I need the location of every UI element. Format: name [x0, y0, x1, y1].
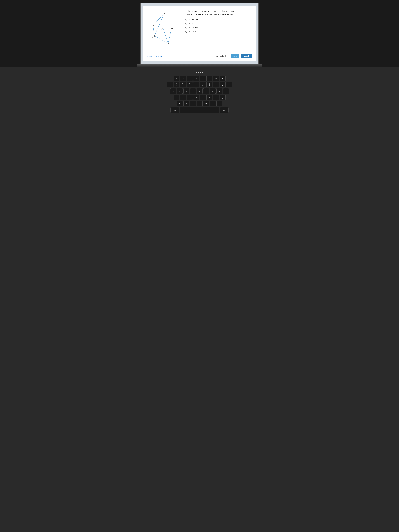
mark-return-link[interactable]: Mark this and return — [147, 55, 162, 57]
key-9[interactable]: (9 — [207, 82, 212, 88]
option-3-label: ∠K ≅ ∠N — [189, 26, 198, 29]
question-line1: In the diagram, KL ≅ NR and JL ≅ MR. Wha… — [185, 10, 234, 12]
answer-options: ∠J ≅ ∠M ∠L ≅ ∠R ∠K ≅ ∠N ∠R ≅ ∠K — [185, 19, 252, 33]
key-v[interactable]: v — [184, 101, 189, 107]
key-n[interactable]: n — [196, 101, 203, 107]
key-u[interactable]: u — [196, 88, 203, 94]
key-b[interactable]: b — [190, 101, 196, 107]
key-bracket[interactable]: {[ — [223, 88, 229, 94]
keyboard-row-bottom: c v b n m <, >. — [147, 101, 252, 107]
svg-line-6 — [168, 28, 171, 43]
svg-text:R: R — [172, 28, 173, 30]
key-square[interactable]: □ — [187, 76, 193, 81]
key-equals[interactable]: += — [226, 82, 232, 88]
question-text: In the diagram, KL ≅ NR and JL ≅ MR. Wha… — [185, 10, 252, 16]
laptop-screen: J K L N M R In the diagram, KL ≅ NR and … — [140, 3, 259, 64]
key-t[interactable]: t — [184, 88, 189, 94]
laptop-hinge — [137, 64, 262, 66]
key-alt[interactable]: alt — [171, 107, 179, 113]
key-circle[interactable]: ◦ — [200, 76, 206, 81]
key-comma[interactable]: <, — [210, 101, 216, 107]
geometry-diagram: J K L N M R — [147, 10, 181, 47]
key-gear[interactable]: ✿ — [207, 76, 212, 81]
submit-button[interactable]: Submit — [241, 54, 252, 58]
key-4[interactable]: $4 — [173, 82, 179, 88]
key-space[interactable] — [180, 107, 219, 113]
svg-point-9 — [154, 36, 155, 37]
question-area: J K L N M R In the diagram, KL ≅ NR and … — [147, 10, 252, 50]
next-button[interactable]: Next — [230, 54, 240, 58]
key-m[interactable]: m — [203, 101, 209, 107]
key-r[interactable]: r — [177, 88, 183, 94]
save-exit-button[interactable]: Save and Exit — [212, 54, 229, 58]
key-period[interactable]: >. — [216, 101, 222, 107]
key-semicolon[interactable]: :; — [220, 95, 226, 100]
svg-text:J: J — [151, 24, 152, 25]
keyboard-row-space: alt ctrl — [147, 107, 252, 113]
key-e[interactable]: e — [170, 88, 176, 94]
radio-1[interactable] — [185, 19, 188, 21]
key-g[interactable]: g — [187, 95, 193, 100]
radio-2[interactable] — [185, 23, 188, 25]
keyboard-row-fn: → C □ ⊡ ◦ ✿ ✱ ◄ — [147, 76, 252, 81]
svg-line-1 — [154, 13, 164, 36]
keyboard-area: DELL → C □ ⊡ ◦ ✿ ✱ ◄ #3 $4 %5 ^6 &7 *8 (… — [0, 66, 399, 532]
svg-line-2 — [153, 25, 154, 36]
dell-logo: DELL — [196, 70, 203, 73]
svg-text:N: N — [168, 44, 169, 46]
radio-3[interactable] — [185, 27, 188, 29]
key-0[interactable]: )0 — [213, 82, 219, 88]
bottom-bar: Mark this and return Save and Exit Next … — [147, 53, 252, 58]
option-4-label: ∠R ≅ ∠K — [189, 31, 198, 33]
key-c-letter[interactable]: c — [177, 101, 183, 107]
key-o[interactable]: o — [210, 88, 216, 94]
screen-content: J K L N M R In the diagram, KL ≅ NR and … — [143, 6, 256, 61]
key-volume[interactable]: ◄ — [220, 76, 226, 81]
key-6[interactable]: ^6 — [187, 82, 193, 88]
keyboard-row-top: e r t y u i o p {[ — [147, 88, 252, 94]
key-k[interactable]: k — [207, 95, 212, 100]
svg-text:L: L — [152, 36, 153, 38]
key-minus[interactable]: —- — [220, 82, 226, 88]
svg-text:K: K — [165, 11, 166, 13]
key-arrow[interactable]: → — [173, 76, 179, 81]
option-1-label: ∠J ≅ ∠M — [189, 19, 198, 21]
svg-point-11 — [162, 28, 164, 29]
keyboard-row-middle: d f g h j k l :; — [147, 95, 252, 100]
keyboard-row-numbers: #3 $4 %5 ^6 &7 *8 (9 )0 —- += — [147, 82, 252, 88]
radio-4[interactable] — [185, 31, 188, 33]
question-text-area: In the diagram, KL ≅ NR and JL ≅ MR. Wha… — [185, 10, 252, 50]
option-2-label: ∠L ≅ ∠R — [189, 23, 197, 25]
key-3[interactable]: #3 — [167, 82, 173, 88]
key-grid[interactable]: ⊡ — [193, 76, 199, 81]
option-1[interactable]: ∠J ≅ ∠M — [185, 19, 252, 21]
svg-point-10 — [168, 43, 169, 44]
diagram-area: J K L N M R — [147, 10, 181, 50]
key-p[interactable]: p — [216, 88, 222, 94]
option-4[interactable]: ∠R ≅ ∠K — [185, 31, 252, 33]
key-f[interactable]: f — [180, 95, 186, 100]
key-ctrl[interactable]: ctrl — [220, 107, 228, 113]
key-5[interactable]: %5 — [180, 82, 186, 88]
svg-text:M: M — [161, 29, 162, 31]
key-h[interactable]: h — [193, 95, 199, 100]
key-i[interactable]: i — [203, 88, 209, 94]
key-8[interactable]: *8 — [200, 82, 206, 88]
key-l[interactable]: l — [213, 95, 219, 100]
keyboard-rows: → C □ ⊡ ◦ ✿ ✱ ◄ #3 $4 %5 ^6 &7 *8 (9 )0 … — [147, 76, 252, 113]
svg-point-7 — [152, 25, 154, 26]
key-7[interactable]: &7 — [193, 82, 199, 88]
option-3[interactable]: ∠K ≅ ∠N — [185, 26, 252, 29]
option-2[interactable]: ∠L ≅ ∠R — [185, 23, 252, 25]
key-star[interactable]: ✱ — [213, 76, 219, 81]
bottom-buttons: Save and Exit Next Submit — [212, 54, 252, 58]
key-c[interactable]: C — [180, 76, 186, 81]
key-y[interactable]: y — [190, 88, 196, 94]
question-line2: information is needed to show △JKL ≅ △MN… — [185, 13, 234, 15]
key-d[interactable]: d — [173, 95, 179, 100]
svg-line-0 — [153, 13, 164, 25]
key-j[interactable]: j — [200, 95, 206, 100]
